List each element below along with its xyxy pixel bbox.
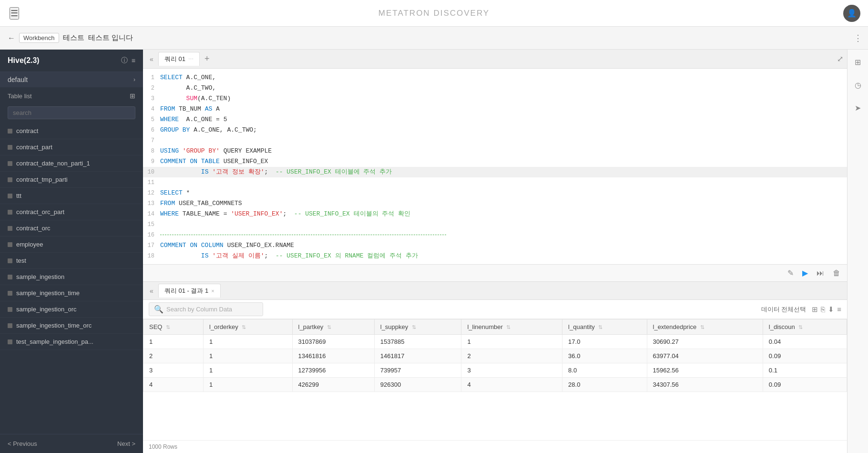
- code-line-2: 2 A.C_TWO,: [143, 83, 847, 93]
- side-toolbar: ⊞ ◷ ➤: [847, 50, 868, 453]
- workbench-badge[interactable]: Workbench: [19, 33, 59, 43]
- code-line-9: 9 COMMENT ON TABLE USER_INFO_EX: [143, 156, 847, 167]
- table-view-toggle[interactable]: ⊞: [130, 92, 135, 100]
- edit-query-button[interactable]: ✎: [785, 267, 797, 279]
- table-info-icon[interactable]: ⓘ: [123, 127, 129, 135]
- table-menu-icon[interactable]: ≡: [132, 273, 135, 281]
- table-list-item[interactable]: sample_ingestion_orc ⓘ ≡: [0, 301, 143, 318]
- table-list-item[interactable]: ttt ⓘ ≡: [0, 188, 143, 204]
- export-csv-icon[interactable]: ≡: [837, 305, 841, 314]
- run-query-button[interactable]: ▶: [799, 267, 811, 279]
- table-list-item[interactable]: contract_orc ⓘ ≡: [0, 220, 143, 237]
- table-info-icon[interactable]: ⓘ: [123, 338, 129, 346]
- side-toolbar-table-btn[interactable]: ⊞: [850, 54, 866, 70]
- table-info-icon[interactable]: ⓘ: [123, 175, 129, 184]
- table-menu-icon[interactable]: ≡: [132, 159, 135, 167]
- table-menu-icon[interactable]: ≡: [132, 240, 135, 248]
- table-info-icon[interactable]: ⓘ: [123, 321, 129, 329]
- table-info-icon[interactable]: ⓘ: [123, 208, 129, 216]
- export-copy-icon[interactable]: ⎘: [821, 305, 825, 314]
- table-menu-icon[interactable]: ≡: [132, 257, 135, 265]
- cell-orderkey: 1: [204, 378, 293, 392]
- select-all-button[interactable]: 데이터 전체선택: [761, 305, 807, 314]
- more-options-button[interactable]: ⋮: [854, 33, 862, 43]
- brand-sub: DISCOVERY: [430, 9, 490, 18]
- table-list-item[interactable]: sample_ingestion ⓘ ≡: [0, 269, 143, 285]
- table-list-item[interactable]: sample_ingestion_time ⓘ ≡: [0, 285, 143, 301]
- table-info-icon[interactable]: ⓘ: [123, 224, 129, 232]
- table-list-item[interactable]: contract_part ⓘ ≡: [0, 139, 143, 155]
- col-header-orderkey[interactable]: l_orderkey ⇅: [204, 319, 293, 335]
- query-tab-01[interactable]: 쿼리 01 ⋯: [158, 52, 200, 66]
- table-menu-icon[interactable]: ≡: [132, 208, 135, 216]
- table-info-icon[interactable]: ⓘ: [123, 273, 129, 281]
- col-header-suppkey[interactable]: l_suppkey ⇅: [374, 319, 461, 335]
- results-tab-bar: « 쿼리 01 - 결과 1 ×: [143, 282, 847, 300]
- table-name: contract: [16, 127, 38, 134]
- add-tab-button[interactable]: +: [202, 53, 213, 65]
- info-icon[interactable]: ⓘ: [121, 56, 128, 65]
- side-toolbar-history-btn[interactable]: ◷: [850, 77, 866, 93]
- table-list-item[interactable]: contract ⓘ ≡: [0, 123, 143, 139]
- data-table-wrapper[interactable]: SEQ ⇅ l_orderkey ⇅ l_partkey ⇅ l_suppkey…: [143, 319, 847, 440]
- table-list-item[interactable]: sample_ingestion_time_orc ⓘ ≡: [0, 318, 143, 334]
- table-list-item[interactable]: test ⓘ ≡: [0, 253, 143, 269]
- table-icon: [8, 291, 12, 296]
- table-name: sample_ingestion_orc: [16, 306, 76, 313]
- cell-quantity: 17.0: [562, 335, 647, 349]
- sidebar-search-container: [0, 104, 143, 123]
- table-menu-icon[interactable]: ≡: [132, 305, 135, 313]
- editor-collapse-button[interactable]: «: [147, 53, 156, 65]
- table-icon: [8, 340, 12, 344]
- code-editor[interactable]: 1 SELECT A.C_ONE, 2 A.C_TWO, 3 SUM(A.C_T…: [143, 69, 847, 264]
- table-menu-icon[interactable]: ≡: [132, 321, 135, 329]
- delete-query-button[interactable]: 🗑: [830, 267, 843, 279]
- table-menu-icon[interactable]: ≡: [132, 192, 135, 200]
- side-toolbar-query-btn[interactable]: ➤: [850, 100, 866, 115]
- table-list-label: Table list: [8, 93, 32, 100]
- table-menu-icon[interactable]: ≡: [132, 175, 135, 184]
- table-info-icon[interactable]: ⓘ: [123, 257, 129, 265]
- results-tab-01[interactable]: 쿼리 01 - 결과 1 ×: [158, 284, 221, 298]
- col-header-quantity[interactable]: l_quantity ⇅: [562, 319, 647, 335]
- table-info-icon[interactable]: ⓘ: [123, 143, 129, 151]
- table-info-icon[interactable]: ⓘ: [123, 159, 129, 167]
- table-list-item[interactable]: contract_orc_part ⓘ ≡: [0, 204, 143, 220]
- menu-icon[interactable]: ≡: [132, 56, 135, 65]
- table-info-icon[interactable]: ⓘ: [123, 305, 129, 313]
- expand-editor-button[interactable]: ⤢: [837, 54, 843, 63]
- table-menu-icon[interactable]: ≡: [132, 224, 135, 232]
- col-header-seq[interactable]: SEQ ⇅: [143, 319, 204, 335]
- col-header-partkey[interactable]: l_partkey ⇅: [292, 319, 374, 335]
- next-button[interactable]: Next >: [117, 440, 135, 447]
- col-header-discount[interactable]: l_discoun ⇅: [763, 319, 847, 335]
- table-menu-icon[interactable]: ≡: [132, 338, 135, 346]
- table-info-icon[interactable]: ⓘ: [123, 289, 129, 297]
- table-row: 2 1 13461816 1461817 2 36.0 63977.04 0.0…: [143, 349, 847, 363]
- table-info-icon[interactable]: ⓘ: [123, 192, 129, 200]
- col-header-linenumber[interactable]: l_linenumber ⇅: [461, 319, 562, 335]
- run-next-button[interactable]: ⏭: [814, 267, 827, 279]
- col-header-extendedprice[interactable]: l_extendedprice ⇅: [647, 319, 763, 335]
- results-tab-close[interactable]: ×: [211, 288, 214, 294]
- export-table-icon[interactable]: ⊞: [812, 305, 818, 314]
- table-list-item[interactable]: employee ⓘ ≡: [0, 237, 143, 253]
- table-menu-icon[interactable]: ≡: [132, 143, 135, 151]
- results-collapse-button[interactable]: «: [147, 285, 156, 297]
- back-button[interactable]: ←: [8, 34, 15, 42]
- table-list-item[interactable]: contract_tmp_parti ⓘ ≡: [0, 172, 143, 188]
- table-list-item[interactable]: test_sample_ingestion_pa... ⓘ ≡: [0, 334, 143, 350]
- search-input[interactable]: [8, 106, 135, 119]
- export-download-icon[interactable]: ⬇: [828, 305, 834, 314]
- user-avatar[interactable]: 👤: [843, 5, 860, 22]
- table-menu-icon[interactable]: ≡: [132, 127, 135, 135]
- table-list-item[interactable]: contract_date_non_parti_1 ⓘ ≡: [0, 155, 143, 172]
- tab-menu-icon[interactable]: ⋯: [188, 56, 194, 62]
- previous-button[interactable]: < Previous: [8, 440, 37, 447]
- column-search-input[interactable]: [166, 306, 252, 313]
- table-menu-icon[interactable]: ≡: [132, 289, 135, 297]
- query-editor: « 쿼리 01 ⋯ + ⤢ 1 SELECT A.C_ONE, 2: [143, 50, 847, 281]
- table-info-icon[interactable]: ⓘ: [123, 240, 129, 248]
- sidebar-default-section[interactable]: default ›: [0, 72, 143, 87]
- hamburger-menu-button[interactable]: ☰: [10, 7, 19, 20]
